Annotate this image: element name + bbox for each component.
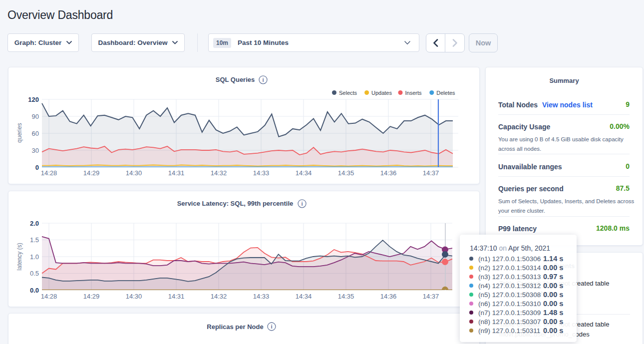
svg-text:2.0: 2.0 — [30, 220, 39, 227]
svg-text:14:36: 14:36 — [380, 169, 397, 177]
svg-text:latency (s): latency (s) — [16, 243, 23, 270]
svg-text:14:32: 14:32 — [211, 293, 227, 300]
svg-text:14:35: 14:35 — [338, 293, 354, 300]
svg-text:1.0: 1.0 — [30, 253, 39, 261]
svg-text:90: 90 — [32, 113, 39, 120]
svg-text:14:31: 14:31 — [168, 293, 185, 300]
svg-text:14:34: 14:34 — [296, 293, 312, 300]
svg-text:queries: queries — [16, 123, 23, 142]
svg-text:14:29: 14:29 — [83, 293, 100, 300]
svg-text:14:28: 14:28 — [41, 293, 57, 300]
svg-text:14:37: 14:37 — [423, 169, 439, 177]
svg-text:14:32: 14:32 — [211, 169, 227, 177]
svg-text:14:33: 14:33 — [253, 293, 270, 300]
svg-text:60: 60 — [32, 130, 39, 137]
svg-text:14:34: 14:34 — [296, 169, 312, 177]
svg-text:Inserts: Inserts — [405, 90, 422, 96]
svg-text:14:30: 14:30 — [126, 293, 142, 300]
svg-text:14:31: 14:31 — [168, 169, 185, 177]
svg-text:14:35: 14:35 — [338, 169, 354, 177]
svg-text:14:29: 14:29 — [83, 169, 100, 177]
svg-text:i: i — [301, 201, 303, 207]
svg-text:14:37: 14:37 — [423, 293, 439, 300]
svg-text:14:28: 14:28 — [41, 169, 57, 177]
svg-text:0.0: 0.0 — [30, 287, 39, 294]
svg-text:30: 30 — [32, 147, 39, 154]
svg-text:0.5: 0.5 — [30, 270, 39, 277]
svg-text:14:30: 14:30 — [126, 169, 142, 177]
svg-text:i: i — [262, 77, 264, 83]
svg-text:1.5: 1.5 — [30, 236, 39, 244]
svg-text:Selects: Selects — [339, 90, 357, 96]
svg-text:14:36: 14:36 — [380, 293, 397, 300]
svg-text:120: 120 — [28, 96, 39, 103]
svg-text:0: 0 — [35, 164, 39, 171]
svg-text:Deletes: Deletes — [436, 90, 455, 96]
svg-text:Updates: Updates — [371, 90, 392, 96]
svg-text:14:33: 14:33 — [253, 169, 270, 177]
svg-text:i: i — [271, 324, 272, 330]
